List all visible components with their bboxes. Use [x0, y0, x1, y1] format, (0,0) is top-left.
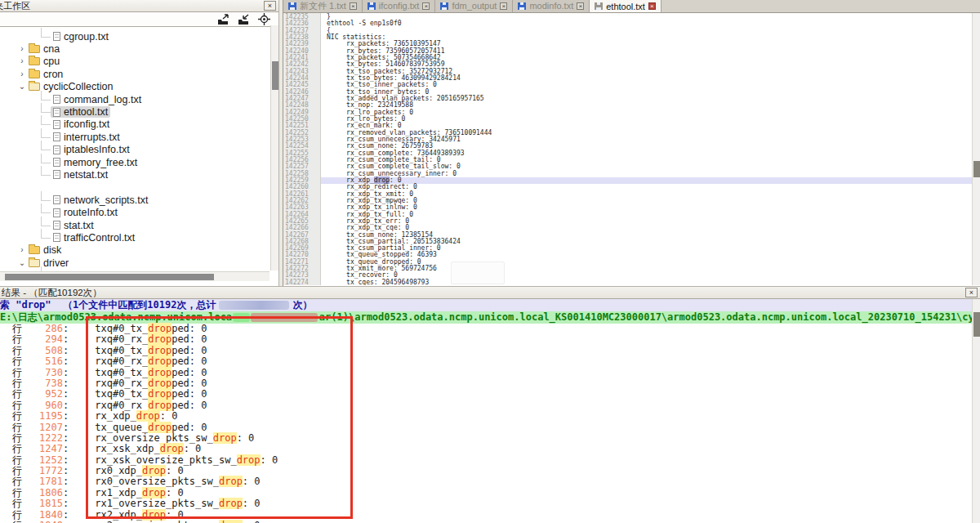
colon: : — [63, 466, 69, 476]
code-area[interactable]: }ethtool -S enp1s0f0{NIC statistics: rx_… — [321, 13, 980, 285]
tab-close-icon[interactable]: × — [500, 2, 507, 10]
tree-item-label: cgroup.txt — [64, 31, 109, 42]
row-label: 行 — [12, 346, 22, 356]
redaction-blur — [451, 262, 505, 284]
search-result-row[interactable]: 行1781:rx0_oversize_pkts_sw_drop: 0 — [0, 476, 980, 487]
chevron-right-icon[interactable]: › — [18, 45, 26, 53]
scrollbar-thumb[interactable] — [973, 161, 980, 177]
tree-item-label: ethtool.txt — [64, 106, 108, 118]
tab-ethtool-txt[interactable]: ethtool.txt× — [590, 0, 662, 12]
search-result-row[interactable]: 行960:rxq#0_rx_dropped: 0 — [0, 400, 980, 411]
close-icon[interactable]: × — [264, 1, 276, 11]
result-text: rx1_xdp_drop: 0 — [95, 488, 183, 498]
row-label: 行 — [12, 378, 22, 389]
search-summary-row[interactable]: 索 "drop" （1个文件中匹配到10192次，总计 次） — [0, 299, 980, 311]
search-result-row[interactable]: 行294:rxq#0_rx_dropped: 0 — [0, 334, 980, 345]
editor-vertical-scrollbar[interactable] — [972, 13, 980, 285]
file-icon — [53, 221, 60, 230]
search-result-row[interactable]: 行738:rxq#0_rx_dropped: 0 — [0, 378, 980, 389]
search-result-row[interactable]: 行1806:rx1_xdp_drop: 0 — [0, 488, 980, 498]
chevron-right-icon[interactable]: › — [18, 246, 26, 254]
file-icon — [53, 132, 60, 141]
tree-item-label: cron — [43, 69, 63, 80]
tree-item-label: stat.txt — [64, 220, 94, 231]
search-result-row[interactable]: 行1840:rx2_xdp_drop: 0 — [0, 510, 980, 521]
workspace-titlebar: 夹工作区 × — [0, 0, 278, 12]
tree-item-label: trafficControl.txt — [64, 232, 135, 244]
tree-item-label: disk — [43, 244, 61, 256]
result-file-path-row[interactable]: E:\日志\armod0523.odata.ncmp.unicom.loca a… — [0, 311, 980, 324]
result-text: txq#0_tx_dropped: 0 — [95, 324, 207, 334]
tab-ifconfig-txt[interactable]: ifconfig.txt× — [363, 0, 436, 12]
row-label: 行 — [12, 400, 22, 411]
collapse-all-icon[interactable] — [238, 14, 250, 25]
colon: : — [63, 378, 69, 389]
colon: : — [63, 444, 69, 454]
tree-connector — [41, 229, 51, 239]
tree-item-cpu[interactable]: ›cpu — [0, 56, 278, 68]
chevron-down-icon[interactable]: ⌄ — [18, 83, 26, 91]
search-result-row[interactable]: 行730:txq#0_tx_dropped: 0 — [0, 368, 980, 378]
scrollbar-thumb[interactable] — [272, 61, 278, 90]
tab-fdm-output[interactable]: fdm_output× — [435, 0, 513, 12]
results-vertical-scrollbar[interactable] — [972, 299, 980, 523]
tree-item-trafficcontrol-txt[interactable]: trafficControl.txt — [0, 231, 278, 244]
row-label: 行 — [12, 324, 22, 334]
redaction-blur — [251, 313, 318, 322]
chevron-right-icon[interactable]: › — [18, 57, 26, 65]
tree-item-disk[interactable]: ›disk — [0, 244, 278, 257]
tree-item-label: command_log.txt — [64, 94, 141, 105]
close-icon[interactable]: × — [965, 288, 978, 297]
tree-horizontal-scrollbar[interactable] — [0, 271, 270, 281]
tab-close-icon[interactable]: × — [577, 2, 584, 10]
result-line-number: 1806 — [22, 488, 63, 498]
match-token: drop — [237, 454, 261, 466]
search-result-row[interactable]: 行1195:rx_xdp_drop: 0 — [0, 411, 980, 422]
tree-connector — [41, 203, 51, 213]
search-result-row[interactable]: 行1772:rx0_xdp_drop: 0 — [0, 466, 980, 476]
tab-close-icon[interactable]: × — [350, 2, 357, 10]
code-line: rx_lro_bytes: 0 — [327, 116, 980, 123]
editor-body[interactable]: 1422351422361422371422381422391422401422… — [283, 13, 980, 285]
tree-item-cron[interactable]: ›cron — [0, 68, 278, 80]
tab-close-icon[interactable]: × — [422, 2, 430, 10]
colon: : — [63, 356, 69, 367]
search-result-row[interactable]: 行952:txq#0_tx_dropped: 0 — [0, 389, 980, 400]
tab--1-txt[interactable]: 新文件 1.txt× — [283, 0, 363, 12]
row-label: 行 — [12, 498, 22, 509]
tree-connector — [41, 154, 51, 163]
expand-all-icon[interactable] — [217, 14, 229, 25]
search-result-row[interactable]: 行1252:rx_xsk_oversize_pkts_sw_drop: 0 — [0, 455, 980, 466]
search-result-row[interactable]: 行1222:rx_oversize_pkts_sw_drop: 0 — [0, 433, 980, 444]
search-result-row[interactable]: 行286:txq#0_tx_dropped: 0 — [0, 324, 980, 334]
tree-connector — [41, 128, 51, 138]
search-result-row[interactable]: 行508:txq#0_tx_dropped: 0 — [0, 346, 980, 356]
colon: : — [63, 324, 69, 334]
result-text: rx_xsk_xdp_drop: 0 — [95, 444, 201, 454]
folder-icon — [29, 57, 40, 65]
search-result-row[interactable]: 行516:rxq#0_rx_dropped: 0 — [0, 356, 980, 367]
search-result-row[interactable]: 行1247:rx_xsk_xdp_drop: 0 — [0, 444, 980, 454]
results-title: 结果 - （匹配10192次） — [2, 287, 102, 299]
tree-item-cna[interactable]: ›cna — [0, 42, 278, 55]
floppy-icon — [440, 2, 448, 10]
colon: : — [63, 455, 69, 466]
tree-item-inner: network_scripts.txt — [51, 194, 151, 206]
floppy-icon — [595, 2, 603, 10]
tree-vertical-scrollbar[interactable] — [270, 25, 278, 270]
scrollbar-thumb[interactable] — [5, 274, 214, 280]
locate-file-icon[interactable] — [258, 13, 270, 25]
tree-item-netstat-txt[interactable]: netstat.txt — [0, 168, 278, 181]
scrollbar-thumb[interactable] — [973, 312, 980, 337]
chevron-right-icon[interactable]: › — [18, 70, 26, 78]
tree-item-label: routeInfo.txt — [64, 207, 118, 218]
chevron-down-icon[interactable]: ⌄ — [18, 259, 26, 267]
tree-item-cgroup-txt[interactable]: cgroup.txt — [0, 30, 278, 42]
colon: : — [63, 433, 69, 444]
tab-modinfo-txt[interactable]: modinfo.txt× — [513, 0, 590, 12]
search-result-row[interactable]: 行1815:rx1_oversize_pkts_sw_drop: 0 — [0, 498, 980, 509]
tab-close-icon[interactable]: × — [648, 2, 656, 10]
search-result-row[interactable]: 行1207:tx_queue_dropped: 0 — [0, 422, 980, 433]
tree-item-label: netstat.txt — [64, 169, 108, 181]
tree-item-inner: routeInfo.txt — [51, 207, 120, 218]
